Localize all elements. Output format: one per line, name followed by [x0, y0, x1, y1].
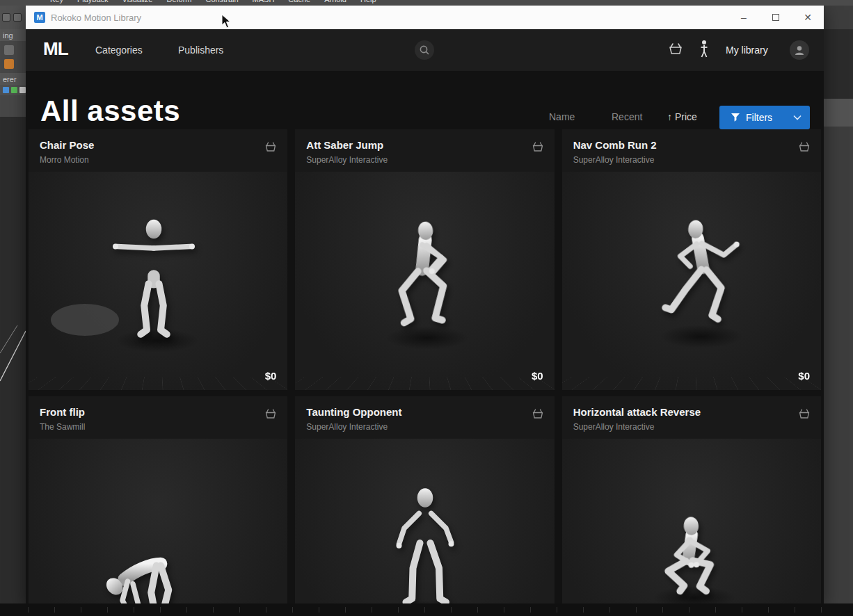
host-tool-icon[interactable] [2, 13, 10, 22]
asset-title: Taunting Opponent [306, 406, 401, 418]
search-icon [419, 44, 430, 56]
host-right-panel [824, 6, 853, 603]
host-panel-block [824, 29, 853, 99]
asset-card[interactable]: Att Saber Jump SuperAlloy Interactive [295, 129, 554, 390]
mannequin-figure [608, 194, 790, 359]
asset-preview[interactable] [295, 439, 554, 603]
search-button[interactable] [415, 40, 434, 60]
basket-icon [667, 41, 684, 56]
host-menu-item[interactable]: Playback [77, 0, 109, 3]
nav-publishers[interactable]: Publishers [178, 29, 223, 71]
ml-logo[interactable]: ML [43, 38, 68, 60]
add-to-cart-icon[interactable] [531, 407, 545, 423]
host-menu-item[interactable]: Key [50, 0, 63, 3]
host-menubar: Key Playback Visualize Deform Constrain … [0, 0, 853, 6]
host-mini-icon[interactable] [19, 87, 26, 93]
host-timeline[interactable] [0, 603, 853, 616]
sort-by-name[interactable]: Name [549, 111, 575, 122]
add-to-cart-icon[interactable] [531, 140, 545, 156]
host-menu-item[interactable]: Deform [166, 0, 191, 3]
asset-publisher[interactable]: SuperAlloy Interactive [573, 155, 657, 165]
sort-by-price[interactable]: ↑ Price [667, 111, 697, 122]
host-panel-label: erer [0, 73, 26, 85]
host-left-panel: ing erer [0, 6, 26, 603]
filters-label: Filters [746, 112, 772, 123]
page-header: All assets Name Recent ↑ Price Filters [26, 71, 824, 129]
add-to-cart-icon[interactable] [264, 407, 278, 423]
host-tool-icon[interactable] [4, 45, 14, 55]
window-titlebar[interactable]: M Rokoko Motion Library – ✕ [26, 6, 824, 29]
chevron-down-icon [793, 115, 802, 120]
host-mini-icon[interactable] [3, 87, 9, 93]
asset-preview[interactable]: $0 [29, 172, 287, 390]
asset-publisher[interactable]: SuperAlloy Interactive [306, 155, 388, 165]
character-button[interactable] [699, 40, 709, 62]
sort-direction-arrow: ↑ [667, 111, 672, 122]
asset-card[interactable]: Taunting Opponent SuperAlloy Interactive [295, 396, 554, 603]
window-title: Rokoko Motion Library [51, 13, 141, 23]
mannequin-figure [338, 470, 512, 603]
mannequin-figure [604, 468, 788, 603]
asset-preview[interactable] [562, 439, 821, 603]
asset-preview[interactable]: $0 [295, 172, 554, 390]
host-panel-label: ing [0, 29, 26, 41]
host-tool-icon[interactable] [13, 13, 22, 22]
asset-price: $0 [532, 370, 543, 382]
asset-publisher[interactable]: SuperAlloy Interactive [306, 422, 401, 432]
mannequin-figure [333, 191, 518, 359]
host-menu-item[interactable]: Help [360, 0, 376, 3]
asset-publisher[interactable]: The Sawmill [40, 422, 85, 432]
grid-floor [29, 377, 287, 390]
add-to-cart-icon[interactable] [797, 140, 811, 156]
asset-title: Horizontal attack Reverse [573, 406, 701, 418]
add-to-cart-icon[interactable] [797, 407, 811, 423]
mannequin-icon [699, 40, 709, 59]
asset-publisher[interactable]: Morro Motion [40, 155, 94, 165]
asset-card[interactable]: Horizontal attack Reverse SuperAlloy Int… [562, 396, 821, 603]
filters-button[interactable]: Filters [719, 106, 810, 129]
asset-title: Nav Comb Run 2 [573, 139, 657, 151]
asset-price: $0 [798, 370, 810, 382]
account-button[interactable] [790, 40, 809, 60]
cart-button[interactable] [667, 41, 684, 59]
host-mini-icon[interactable] [11, 87, 17, 93]
asset-title: Chair Pose [40, 139, 94, 151]
host-panel-block [824, 99, 853, 127]
host-menu-item[interactable]: Constrain [206, 0, 239, 3]
asset-preview[interactable] [29, 439, 287, 603]
asset-card[interactable]: Nav Comb Run 2 SuperAlloy Interactive [562, 129, 821, 390]
asset-card[interactable]: Chair Pose Morro Motion [29, 129, 287, 390]
host-menu-item[interactable]: Arnold [324, 0, 346, 3]
close-button[interactable]: ✕ [792, 6, 824, 29]
host-menu-item[interactable]: Cache [288, 0, 310, 3]
asset-title: Front flip [40, 406, 85, 418]
my-library-link[interactable]: My library [726, 29, 768, 71]
top-navigation: ML Categories Publishers My library [26, 29, 824, 71]
wireframe-lines-icon [0, 117, 26, 603]
maximize-button[interactable] [760, 6, 792, 29]
grid-floor [562, 377, 821, 390]
grid-floor [295, 377, 554, 390]
host-menu-item[interactable]: Visualize [122, 0, 153, 3]
host-toolbar [0, 6, 26, 29]
asset-title: Att Saber Jump [306, 139, 388, 151]
asset-grid: Chair Pose Morro Motion [26, 129, 824, 603]
user-icon [794, 44, 805, 56]
minimize-button[interactable]: – [728, 6, 760, 29]
asset-price: $0 [265, 370, 277, 382]
host-tool-icon[interactable] [4, 59, 14, 69]
nav-categories[interactable]: Categories [95, 29, 143, 71]
asset-preview[interactable]: $0 [562, 172, 821, 390]
add-to-cart-icon[interactable] [264, 140, 278, 156]
mouse-cursor [221, 14, 232, 29]
app-logo-icon: M [34, 12, 45, 23]
asset-publisher[interactable]: SuperAlloy Interactive [573, 422, 701, 432]
host-menu-item[interactable]: MASH [253, 0, 275, 3]
sort-by-recent[interactable]: Recent [612, 111, 642, 122]
host-viewport-sliver [0, 117, 26, 603]
mannequin-figure [67, 487, 241, 603]
rokoko-motion-library-window: M Rokoko Motion Library – ✕ ML Categorie… [26, 6, 824, 603]
mannequin-figure [67, 200, 241, 356]
maximize-icon [772, 14, 779, 21]
asset-card[interactable]: Front flip The Sawmill [29, 396, 287, 603]
